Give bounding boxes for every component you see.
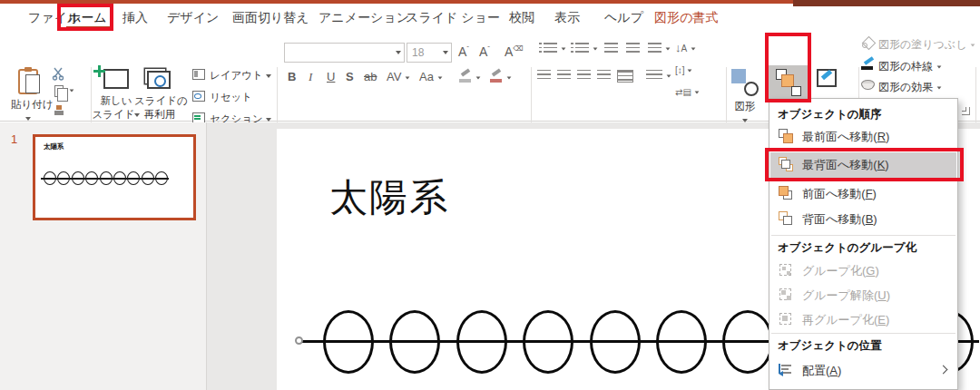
- reuse-slides-icon[interactable]: [147, 71, 171, 89]
- shape-fill-icon: [862, 36, 875, 47]
- menu-item-ungroup: グループ解除(U): [769, 282, 957, 307]
- italic-button[interactable]: I: [309, 70, 312, 84]
- strikethrough-button[interactable]: ab: [364, 70, 377, 83]
- numbering-icon[interactable]: [575, 43, 589, 54]
- grow-font-button[interactable]: Aˆ: [458, 44, 469, 59]
- shape-outline-button[interactable]: 図形の枠線: [878, 59, 942, 74]
- align-left-icon[interactable]: [537, 70, 551, 81]
- tab-transitions[interactable]: 画面切り替え: [232, 7, 309, 29]
- arrange-icon: [776, 69, 801, 96]
- shapes-button[interactable]: 図形: [734, 100, 756, 113]
- text-highlight-caret[interactable]: [476, 76, 481, 79]
- menu-item-regroup: 再グループ化(E): [769, 307, 957, 332]
- menu-item-align[interactable]: 配置(A): [769, 357, 957, 383]
- smartart-convert-icon[interactable]: ⇄▤: [675, 87, 700, 97]
- font-size-value[interactable]: 18: [412, 46, 424, 59]
- bold-button[interactable]: B: [288, 70, 296, 83]
- menu-item-send-backward[interactable]: 背面へ移動(B): [769, 206, 957, 231]
- tab-animations[interactable]: アニメーション: [318, 7, 409, 29]
- layout-button[interactable]: レイアウト: [210, 69, 271, 83]
- paste-icon[interactable]: [18, 69, 38, 94]
- tab-insert[interactable]: 挿入: [122, 7, 148, 29]
- distribute-icon[interactable]: [617, 70, 633, 83]
- copy-dropdown-caret[interactable]: [70, 89, 74, 92]
- slides-panel: 1 太陽系: [0, 122, 207, 390]
- bullets-caret[interactable]: [562, 47, 566, 50]
- menu-item-send-to-back[interactable]: 最背面へ移動(K): [769, 151, 957, 177]
- drawing-dialog-launcher[interactable]: [962, 107, 970, 115]
- bring-forward-icon: [779, 186, 793, 200]
- copy-icon[interactable]: [54, 85, 64, 97]
- submenu-chevron-icon: [939, 366, 948, 375]
- tab-slideshow[interactable]: スライド ショー: [406, 7, 500, 29]
- tab-shape-format[interactable]: 図形の書式: [654, 7, 718, 29]
- align-right-icon[interactable]: [577, 70, 591, 81]
- font-size-caret[interactable]: [443, 51, 448, 54]
- font-color-caret[interactable]: [507, 76, 512, 79]
- numbering-caret[interactable]: [593, 47, 598, 50]
- bullets-icon[interactable]: [544, 43, 557, 54]
- new-slide-button[interactable]: 新しい: [96, 94, 136, 108]
- bring-to-front-icon: [779, 129, 793, 143]
- text-direction-icon[interactable]: ↓A: [675, 41, 696, 54]
- decrease-indent-icon[interactable]: [604, 43, 618, 54]
- slide-number: 1: [11, 132, 17, 146]
- shrink-font-button[interactable]: Aˇ: [479, 44, 490, 59]
- send-backward-icon: [779, 211, 793, 226]
- format-painter-icon[interactable]: [54, 105, 64, 116]
- thumbnail-title: 太陽系: [44, 142, 64, 151]
- shapes-icon[interactable]: [731, 69, 759, 96]
- clear-formatting-button[interactable]: A⌫: [505, 44, 524, 59]
- tab-review[interactable]: 校閲: [509, 7, 534, 29]
- line-spacing-caret[interactable]: [666, 47, 671, 50]
- menu-header-order: オブジェクトの順序: [778, 107, 882, 122]
- menu-item-bring-forward[interactable]: 前面へ移動(F): [769, 180, 957, 206]
- text-shadow-button[interactable]: S: [346, 70, 354, 83]
- align-center-icon[interactable]: [557, 70, 571, 81]
- menu-header-position: オブジェクトの位置: [778, 338, 882, 354]
- ungroup-icon: [779, 288, 793, 302]
- font-name-combobox[interactable]: [284, 43, 405, 63]
- shape-effects-icon: [861, 79, 875, 90]
- font-name-caret[interactable]: [396, 51, 401, 54]
- tab-help[interactable]: ヘルプ: [604, 7, 643, 29]
- new-slide-button-line2[interactable]: スライド: [91, 108, 136, 122]
- reset-icon: [192, 91, 205, 102]
- line-spacing-icon[interactable]: [648, 43, 662, 54]
- powerpoint-window: ファイル ホーム 挿入 デザイン 画面切り替え アニメーション スライド ショー…: [0, 0, 980, 390]
- reuse-slides-button[interactable]: スライドの: [134, 94, 185, 108]
- align-icon: [779, 364, 793, 376]
- thumbnail-line: [41, 178, 169, 180]
- reuse-slides-button-line2[interactable]: 再利用: [140, 108, 180, 122]
- cut-icon[interactable]: [52, 67, 65, 81]
- tab-view[interactable]: 表示: [554, 7, 580, 29]
- justify-icon[interactable]: [597, 70, 611, 81]
- new-slide-icon[interactable]: [103, 69, 129, 89]
- font-color-icon[interactable]: [490, 71, 502, 83]
- columns-icon[interactable]: [646, 70, 662, 81]
- send-to-back-icon: [779, 157, 793, 171]
- reset-button[interactable]: リセット: [210, 91, 252, 104]
- tab-design[interactable]: デザイン: [167, 7, 219, 29]
- slide-thumbnail[interactable]: 太陽系: [33, 134, 196, 220]
- slide-title-textbox[interactable]: 太陽系: [329, 172, 449, 223]
- new-slide-plus-icon: [93, 70, 105, 73]
- regroup-icon: [779, 312, 793, 327]
- paste-dropdown-caret[interactable]: [25, 117, 31, 121]
- menu-item-bring-to-front[interactable]: 最前面へ移動(R): [769, 123, 957, 149]
- arrange-dropdown-menu: オブジェクトの順序 最前面へ移動(R) 最背面へ移動(K) 前面へ移動(F): [769, 98, 958, 390]
- columns-caret[interactable]: [667, 74, 671, 77]
- menu-item-group: グループ化(G): [769, 258, 957, 283]
- paste-button[interactable]: 貼り付け: [11, 98, 47, 112]
- change-case-button[interactable]: Aa: [419, 70, 443, 83]
- align-text-icon[interactable]: [↕]: [675, 65, 692, 75]
- underline-button[interactable]: U: [327, 70, 335, 83]
- text-highlight-icon[interactable]: [459, 71, 471, 83]
- font-size-combobox[interactable]: 18: [407, 43, 452, 63]
- increase-indent-icon[interactable]: [626, 43, 640, 54]
- shape-fill-button: 図形の塗りつぶし: [878, 37, 975, 53]
- quick-styles-icon[interactable]: [817, 69, 837, 87]
- connector-endpoint-handle[interactable]: [295, 336, 303, 345]
- shape-effects-button[interactable]: 図形の効果: [878, 80, 942, 95]
- character-spacing-button[interactable]: AV: [387, 70, 410, 83]
